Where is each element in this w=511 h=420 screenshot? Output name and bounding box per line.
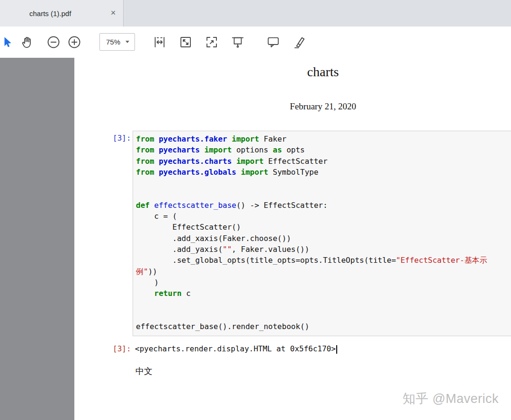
document-date: February 21, 2020: [74, 101, 511, 112]
pdf-page: charts February 21, 2020 [3]: from pyech…: [74, 58, 511, 420]
code-line: c = (: [136, 211, 511, 222]
highlighter-icon[interactable]: [292, 35, 306, 49]
output-text: <pyecharts.render.display.HTML at 0x5f6c…: [135, 344, 337, 354]
code-line: EffectScatter(): [136, 222, 511, 232]
output-prompt: [3]:: [113, 344, 131, 353]
pointer-tool-icon[interactable]: [0, 35, 15, 49]
fullscreen-icon[interactable]: [205, 35, 219, 49]
code-line: [136, 178, 511, 188]
code-line: def effectscatter_base() -> EffectScatte…: [136, 200, 511, 211]
code-line: from pyecharts.charts import EffectScatt…: [136, 156, 511, 167]
toolbar: 75%: [0, 27, 511, 58]
cjk-text: 中文: [135, 366, 152, 377]
zoom-level-select[interactable]: 75%: [99, 33, 135, 51]
output-text-value: <pyecharts.render.display.HTML at 0x5f6c…: [135, 344, 336, 353]
code-line: [136, 310, 511, 321]
code-line: effectscatter_base().render_notebook(): [136, 321, 511, 332]
tab-title: charts (1).pdf: [0, 9, 107, 18]
text-caret: [336, 345, 337, 354]
comment-icon[interactable]: [266, 35, 280, 49]
code-line: from pyecharts import options as opts: [136, 144, 511, 155]
hand-tool-icon[interactable]: [20, 35, 35, 49]
input-prompt: [3]:: [113, 134, 131, 143]
document-title: charts: [74, 64, 511, 80]
code-cell: from pyecharts.faker import Fakerfrom py…: [133, 131, 511, 336]
watermark: 知乎 @Maverick: [382, 390, 499, 407]
presentation-icon[interactable]: [231, 35, 245, 49]
zoom-out-icon[interactable]: [46, 35, 61, 49]
code-line: from pyecharts.globals import SymbolType: [136, 167, 511, 178]
code-line: .add_xaxis(Faker.choose()): [136, 233, 511, 244]
code-line: .set_global_opts(title_opts=opts.TitleOp…: [136, 255, 511, 266]
code-line: [136, 188, 511, 199]
code-line: 例")): [136, 266, 511, 277]
code-line: .add_yaxis("", Faker.values()): [136, 244, 511, 255]
tab-bar: charts (1).pdf ×: [0, 0, 511, 27]
code-lines: from pyecharts.faker import Fakerfrom py…: [136, 134, 511, 332]
code-line: [136, 299, 511, 310]
tab-close-icon[interactable]: ×: [107, 7, 119, 19]
zoom-in-icon[interactable]: [67, 35, 81, 49]
document-tab[interactable]: charts (1).pdf ×: [0, 0, 124, 27]
code-line: return c: [136, 288, 511, 299]
code-line: from pyecharts.faker import Faker: [136, 134, 511, 144]
chevron-down-icon: [126, 41, 129, 43]
fit-width-icon[interactable]: [152, 35, 167, 49]
pdf-viewer-window: { "tab": { "title": "charts (1).pdf", "c…: [0, 0, 511, 420]
code-line: ): [136, 277, 511, 288]
fit-page-icon[interactable]: [179, 35, 193, 49]
zoom-level-value: 75%: [100, 38, 126, 46]
